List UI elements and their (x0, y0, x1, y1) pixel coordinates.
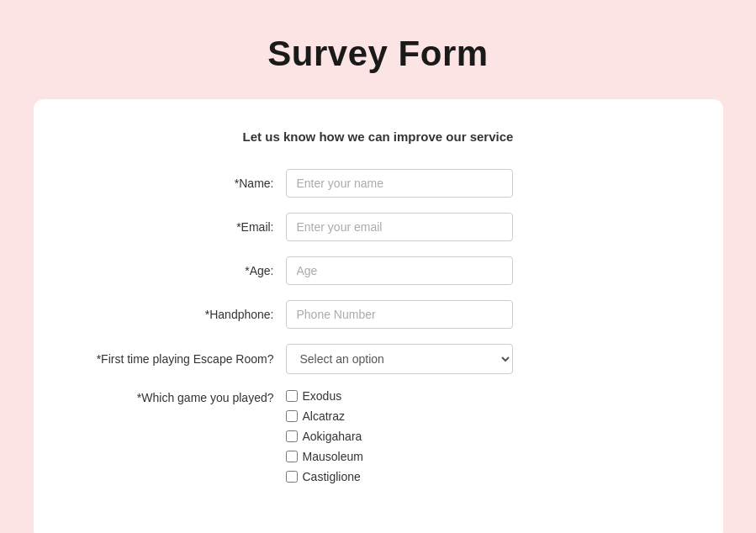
game-checkbox-2[interactable] (286, 430, 298, 442)
escape-room-row: *First time playing Escape Room? Select … (67, 344, 690, 374)
game-label-2: Aokigahara (303, 430, 362, 443)
game-label-4: Castiglione (303, 470, 361, 483)
handphone-input[interactable] (286, 300, 513, 329)
email-label: *Email: (67, 220, 286, 234)
game-checkbox-1[interactable] (286, 410, 298, 422)
game-checkbox-label-1[interactable]: Alcatraz (286, 409, 363, 423)
survey-form: *Name: *Email: *Age: *Handphone: *First … (67, 169, 690, 483)
games-checkbox-group: ExodusAlcatrazAokigaharaMausoleumCastigl… (286, 389, 363, 483)
age-input[interactable] (286, 256, 513, 285)
age-label: *Age: (67, 264, 286, 277)
handphone-label: *Handphone: (67, 308, 286, 321)
handphone-row: *Handphone: (67, 300, 690, 329)
page-title: Survey Form (17, 34, 739, 74)
which-game-label: *Which game you played? (67, 389, 286, 404)
game-checkbox-label-2[interactable]: Aokigahara (286, 430, 363, 443)
email-row: *Email: (67, 213, 690, 241)
game-checkbox-0[interactable] (286, 390, 298, 402)
game-label-1: Alcatraz (303, 409, 346, 423)
email-input[interactable] (286, 213, 513, 241)
escape-room-label: *First time playing Escape Room? (67, 352, 286, 366)
game-label-0: Exodus (303, 389, 342, 403)
form-subtitle: Let us know how we can improve our servi… (67, 129, 690, 144)
age-row: *Age: (67, 256, 690, 285)
game-label-3: Mausoleum (303, 450, 363, 463)
game-checkbox-4[interactable] (286, 471, 298, 483)
game-checkbox-label-4[interactable]: Castiglione (286, 470, 363, 483)
name-input[interactable] (286, 169, 513, 198)
escape-room-select[interactable]: Select an option Yes No (286, 344, 513, 374)
game-checkbox-3[interactable] (286, 451, 298, 462)
page-header: Survey Form (0, 0, 756, 99)
which-game-row: *Which game you played? ExodusAlcatrazAo… (67, 389, 690, 483)
form-container: Let us know how we can improve our servi… (34, 99, 723, 533)
game-checkbox-label-0[interactable]: Exodus (286, 389, 363, 403)
name-row: *Name: (67, 169, 690, 198)
game-checkbox-label-3[interactable]: Mausoleum (286, 450, 363, 463)
name-label: *Name: (67, 177, 286, 190)
